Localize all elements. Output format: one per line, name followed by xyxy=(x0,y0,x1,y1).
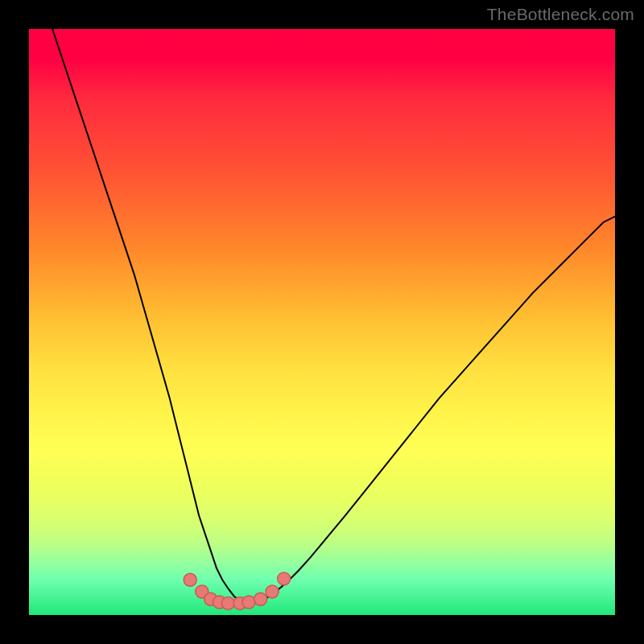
curve-layer xyxy=(29,29,615,615)
floor-marker-group xyxy=(184,572,291,610)
curve-right-branch xyxy=(246,217,615,603)
floor-marker xyxy=(242,596,255,609)
chart-frame: TheBottleneck.com xyxy=(0,0,644,644)
watermark: TheBottleneck.com xyxy=(487,5,634,24)
floor-marker xyxy=(278,572,291,585)
floor-marker xyxy=(254,592,267,605)
floor-marker xyxy=(222,597,235,609)
curve-left-branch xyxy=(52,29,246,603)
floor-marker xyxy=(266,585,279,598)
floor-marker xyxy=(184,573,196,586)
